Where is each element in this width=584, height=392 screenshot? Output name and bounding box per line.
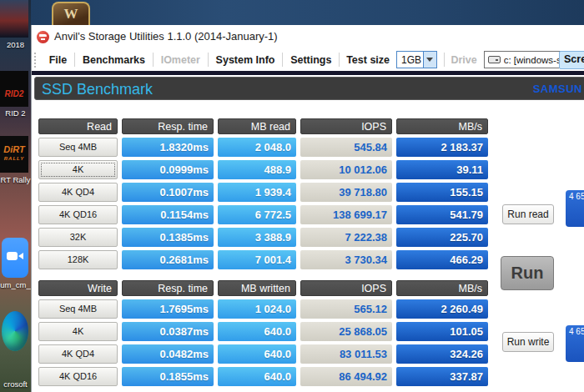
row-label-button[interactable]: 4K (38, 322, 118, 341)
desktop-background: 2018 RID2 RID 2 DiRT RALLY RT Rally um_c… (0, 0, 31, 392)
dirt-logo-subtext: RALLY (4, 156, 25, 161)
run-button[interactable]: Run (501, 256, 554, 290)
desktop-shortcut-label[interactable]: crosoft (0, 379, 31, 389)
desktop-shortcut-label[interactable]: um_cm_ (0, 280, 31, 289)
table-row: 4K0.0387ms640.025 868.05101.05 (38, 322, 488, 341)
value-cell: 541.79 (396, 205, 488, 224)
write-score-badge: 4 65 (566, 325, 584, 362)
menu-file[interactable]: File (42, 54, 75, 66)
samsung-brand-label: SAMSUN (533, 83, 582, 95)
value-cell: 83 011.53 (300, 344, 392, 364)
desktop-shortcut-label[interactable]: RID 2 (0, 108, 31, 118)
column-header: Write (38, 280, 118, 296)
value-cell: 86 494.92 (300, 367, 392, 386)
value-cell: 0.0482ms (122, 344, 214, 364)
drive-label: Drive (444, 54, 483, 66)
value-cell: 3 388.9 (218, 228, 296, 247)
dirt-logo-text: DiRT (3, 144, 24, 154)
camera-icon (7, 252, 18, 260)
table-row: 4K QD160.1154ms6 772.5138 699.17541.79 (38, 205, 488, 224)
value-cell: 0.0387ms (122, 322, 214, 341)
anvil-app-icon (37, 31, 49, 43)
test-size-label: Test size (340, 54, 396, 66)
desktop-shortcut-label[interactable]: RT Rally (0, 175, 31, 184)
microsoft-edge-icon[interactable] (2, 311, 28, 351)
column-header: MB/s (396, 118, 488, 134)
column-header: IOPS (300, 118, 392, 134)
menu-benchmarks[interactable]: Benchmarks (75, 54, 153, 66)
write-results-table: WriteResp. timeMB writtenIOPSMB/sSeq 4MB… (38, 280, 488, 389)
zoom-app-icon[interactable] (2, 238, 28, 278)
benchmark-header-bar: SSD Benchmark SAMSUN (34, 77, 584, 100)
dropdown-arrow-button[interactable] (423, 52, 436, 68)
menu-system-info[interactable]: System Info (209, 54, 283, 66)
value-cell: 25 868.05 (300, 322, 392, 341)
grid2-tile-icon[interactable]: RID2 (0, 71, 28, 107)
wow-game-icon[interactable]: W (52, 2, 90, 27)
desktop-shortcut-label[interactable]: 2018 (0, 40, 31, 49)
dirt-rally-tile-icon[interactable]: DiRT RALLY (0, 136, 28, 173)
table-row: 32K0.1385ms3 388.97 222.38225.70 (38, 228, 488, 247)
f1-2018-tile-icon[interactable] (0, 0, 28, 38)
toolbar-grip[interactable] (34, 53, 37, 68)
value-cell: 640.0 (218, 367, 296, 386)
column-header: MB read (218, 118, 296, 134)
caret-down-icon (426, 58, 433, 62)
value-cell: 324.26 (396, 344, 488, 364)
table-row: 4K0.0999ms488.910 012.0639.11 (38, 160, 488, 179)
row-label-button[interactable]: 4K QD16 (38, 367, 118, 386)
value-cell: 0.0999ms (122, 160, 214, 179)
table-row: Seq 4MB1.8320ms2 048.0545.842 183.37 (38, 138, 488, 157)
window-title: Anvil's Storage Utilities 1.1.0 (2014-Ja… (54, 30, 278, 43)
column-header: Read (38, 118, 118, 134)
value-cell: 6 772.5 (218, 205, 296, 224)
row-label-button[interactable]: 4K (38, 160, 118, 179)
run-write-button[interactable]: Run write (502, 332, 554, 352)
menu-iometer: IOmeter (154, 54, 208, 66)
value-cell: 337.87 (396, 367, 488, 386)
value-cell: 1.8320ms (122, 138, 214, 157)
value-cell: 2 048.0 (218, 138, 296, 157)
row-label-button[interactable]: 4K QD4 (38, 344, 118, 364)
value-cell: 640.0 (218, 322, 296, 341)
value-cell: 2 183.37 (396, 138, 488, 157)
run-read-button[interactable]: Run read (502, 204, 554, 224)
value-cell: 488.9 (218, 160, 296, 179)
row-label-button[interactable]: Seq 4MB (38, 299, 118, 319)
read-score-badge: 4 65 (566, 190, 584, 227)
benchmark-title: SSD Benchmark (42, 81, 153, 98)
screen: 2018 RID2 RID 2 DiRT RALLY RT Rally um_c… (0, 0, 584, 392)
value-cell: 101.05 (396, 322, 488, 341)
screenshot-button[interactable]: Scre (559, 51, 584, 69)
test-size-select[interactable]: 1GB (396, 51, 437, 68)
value-cell: 1.7695ms (122, 299, 214, 319)
window-titlebar[interactable]: Anvil's Storage Utilities 1.1.0 (2014-Ja… (32, 25, 584, 48)
table-row: 4K QD40.1007ms1 939.439 718.80155.15 (38, 183, 488, 202)
value-cell: 640.0 (218, 344, 296, 364)
test-size-value: 1GB (397, 54, 423, 66)
value-cell: 565.12 (300, 299, 392, 319)
column-header: Resp. time (122, 118, 214, 134)
value-cell: 0.1855ms (122, 367, 214, 386)
value-cell: 10 012.06 (300, 160, 392, 179)
toolbar-divider (32, 71, 584, 75)
row-label-button[interactable]: 4K QD4 (38, 183, 118, 202)
row-label-button[interactable]: 32K (38, 228, 118, 247)
anvil-app-window: Anvil's Storage Utilities 1.1.0 (2014-Ja… (31, 25, 584, 392)
value-cell: 1 024.0 (218, 299, 296, 319)
drive-icon (488, 56, 501, 63)
menu-settings[interactable]: Settings (283, 54, 339, 66)
value-cell: 7 222.38 (300, 228, 392, 247)
value-cell: 39.11 (396, 160, 488, 179)
desktop-top-strip: W (31, 0, 584, 25)
row-label-button[interactable]: 4K QD16 (38, 205, 118, 224)
value-cell: 7 001.4 (218, 250, 296, 269)
row-label-button[interactable]: 128K (38, 250, 118, 269)
value-cell: 1 939.4 (218, 183, 296, 202)
row-label-button[interactable]: Seq 4MB (38, 138, 118, 157)
column-header: Resp. time (122, 280, 214, 296)
value-cell: 0.2681ms (122, 250, 214, 269)
column-header: IOPS (300, 280, 392, 296)
value-cell: 0.1007ms (122, 183, 214, 202)
read-results-table: ReadResp. timeMB readIOPSMB/sSeq 4MB1.83… (38, 118, 488, 273)
